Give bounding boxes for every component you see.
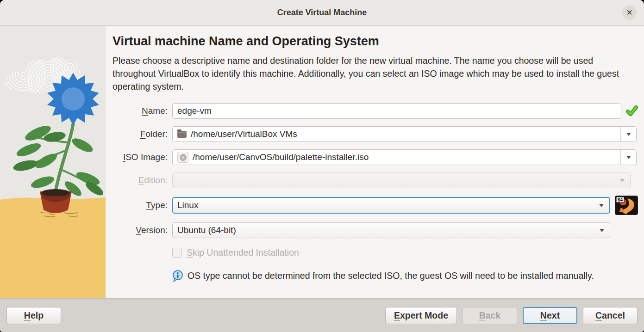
help-button[interactable]: Help — [6, 307, 61, 324]
chevron-down-icon — [600, 229, 604, 232]
info-icon — [172, 270, 183, 282]
skip-unattended-checkbox — [172, 248, 182, 258]
valid-check-icon — [626, 105, 638, 117]
folder-row: Folder: /home/user/VirtualBox VMs — [113, 126, 637, 142]
version-value: Ubuntu (64-bit) — [177, 225, 236, 235]
type-value: Linux — [177, 200, 198, 210]
iso-combo[interactable]: /home/user/CanvOS/build/palette-installe… — [172, 149, 637, 165]
folder-combo[interactable]: /home/user/VirtualBox VMs — [172, 126, 637, 142]
chevron-down-icon — [626, 133, 631, 136]
type-combo[interactable]: Linux — [172, 197, 610, 214]
name-label: Name: — [113, 106, 168, 116]
expert-mode-button[interactable]: Expert Mode — [385, 307, 457, 324]
page-title: Virtual machine Name and Operating Syste… — [113, 34, 644, 49]
disc-icon — [177, 152, 188, 163]
wizard-page: Virtual machine Name and Operating Syste… — [106, 26, 644, 298]
titlebar: Create Virtual Machine ✕ — [0, 0, 644, 26]
type-label: Type: — [113, 200, 168, 210]
close-button[interactable]: ✕ — [622, 6, 637, 20]
page-description: Please choose a descriptive name and des… — [113, 54, 644, 93]
skip-unattended-row: Skip Unattended Installation — [172, 247, 644, 258]
dialog-button-bar: Help Expert Mode Back Next Cancel — [0, 298, 644, 332]
edition-row: Edition: — [113, 172, 631, 188]
version-label: Version: — [113, 225, 168, 235]
info-text: OS type cannot be determined from the se… — [188, 269, 594, 282]
next-button[interactable]: Next — [523, 307, 577, 324]
chevron-down-icon — [620, 179, 625, 182]
name-row: Name: — [113, 103, 638, 119]
chevron-down-icon — [626, 156, 631, 159]
folder-icon — [177, 131, 187, 138]
edition-label: Edition: — [113, 175, 168, 185]
version-combo[interactable]: Ubuntu (64-bit) — [172, 222, 610, 238]
close-icon: ✕ — [626, 8, 632, 18]
folder-label: Folder: — [113, 129, 168, 139]
back-button: Back — [463, 307, 517, 324]
folder-dropdown-button[interactable] — [620, 127, 636, 141]
cancel-button[interactable]: Cancel — [583, 307, 638, 324]
os-badge-64: 64 — [618, 197, 623, 203]
create-vm-dialog: Create Virtual Machine ✕ — [0, 0, 644, 332]
iso-dropdown-button[interactable] — [620, 150, 636, 165]
iso-label: ISO Image: — [113, 152, 168, 162]
skip-unattended-label: Skip Unattended Installation — [187, 247, 299, 258]
folder-value: /home/user/VirtualBox VMs — [191, 129, 297, 139]
iso-value: /home/user/CanvOS/build/palette-installe… — [193, 152, 369, 162]
window-title: Create Virtual Machine — [277, 8, 367, 18]
type-row: Type: Linux 64 — [113, 196, 638, 215]
wizard-illustration-panel — [0, 26, 106, 298]
edition-combo — [172, 172, 631, 188]
plant-illustration — [0, 26, 106, 299]
name-input[interactable] — [172, 103, 621, 119]
info-message: OS type cannot be determined from the se… — [172, 269, 644, 282]
version-row: Version: Ubuntu (64-bit) — [113, 222, 610, 238]
os-type-icon: 64 — [615, 196, 638, 215]
iso-row: ISO Image: /home/user/CanvOS/build/palet… — [113, 149, 637, 165]
chevron-down-icon — [599, 204, 604, 207]
